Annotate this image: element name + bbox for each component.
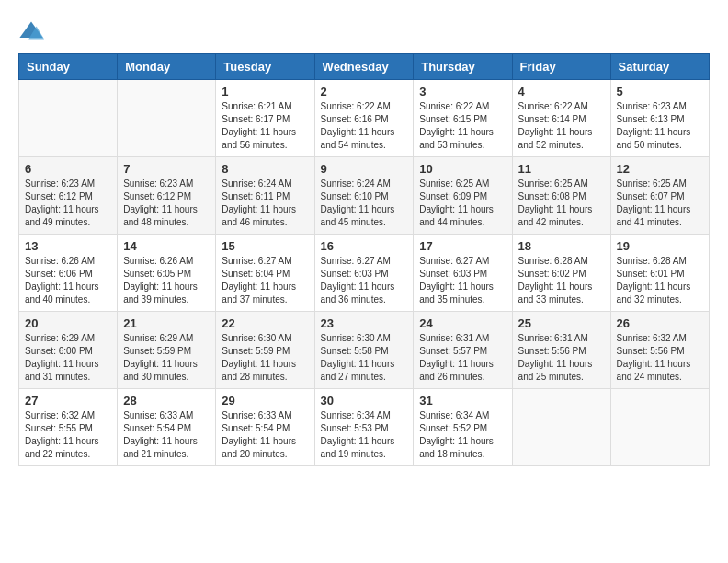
calendar-cell: 10Sunrise: 6:25 AM Sunset: 6:09 PM Dayli… <box>414 157 512 235</box>
calendar-cell: 24Sunrise: 6:31 AM Sunset: 5:57 PM Dayli… <box>414 312 512 389</box>
calendar-cell: 13Sunrise: 6:26 AM Sunset: 6:06 PM Dayli… <box>19 235 118 312</box>
page-header <box>18 18 710 44</box>
day-info: Sunrise: 6:30 AM Sunset: 5:58 PM Dayligh… <box>321 332 408 384</box>
calendar-cell <box>512 389 610 466</box>
calendar-cell: 7Sunrise: 6:23 AM Sunset: 6:12 PM Daylig… <box>118 157 216 235</box>
day-info: Sunrise: 6:25 AM Sunset: 6:09 PM Dayligh… <box>419 178 506 229</box>
day-number: 11 <box>518 162 605 176</box>
day-number: 25 <box>518 316 605 330</box>
day-info: Sunrise: 6:27 AM Sunset: 6:04 PM Dayligh… <box>222 255 308 306</box>
calendar-cell: 3Sunrise: 6:22 AM Sunset: 6:15 PM Daylig… <box>414 80 512 157</box>
day-number: 24 <box>419 316 506 330</box>
day-number: 6 <box>25 162 111 176</box>
calendar-week-row: 13Sunrise: 6:26 AM Sunset: 6:06 PM Dayli… <box>19 235 710 312</box>
calendar-cell: 23Sunrise: 6:30 AM Sunset: 5:58 PM Dayli… <box>314 312 414 389</box>
calendar-cell: 4Sunrise: 6:22 AM Sunset: 6:14 PM Daylig… <box>512 80 610 157</box>
calendar-cell: 1Sunrise: 6:21 AM Sunset: 6:17 PM Daylig… <box>216 80 314 157</box>
logo-icon <box>18 18 44 44</box>
day-info: Sunrise: 6:21 AM Sunset: 6:17 PM Dayligh… <box>222 100 308 152</box>
calendar-header-saturday: Saturday <box>610 54 709 80</box>
calendar-header-monday: Monday <box>118 54 216 80</box>
day-info: Sunrise: 6:29 AM Sunset: 6:00 PM Dayligh… <box>25 332 111 384</box>
day-info: Sunrise: 6:28 AM Sunset: 6:02 PM Dayligh… <box>518 255 605 306</box>
day-info: Sunrise: 6:34 AM Sunset: 5:53 PM Dayligh… <box>321 409 408 461</box>
day-number: 22 <box>222 316 308 330</box>
day-number: 4 <box>518 85 605 98</box>
day-number: 13 <box>25 239 111 253</box>
calendar-cell: 27Sunrise: 6:32 AM Sunset: 5:55 PM Dayli… <box>19 389 118 466</box>
day-info: Sunrise: 6:27 AM Sunset: 6:03 PM Dayligh… <box>321 255 408 306</box>
day-info: Sunrise: 6:25 AM Sunset: 6:07 PM Dayligh… <box>617 178 703 229</box>
day-number: 3 <box>419 85 506 98</box>
calendar-cell: 2Sunrise: 6:22 AM Sunset: 6:16 PM Daylig… <box>314 80 414 157</box>
calendar-cell: 6Sunrise: 6:23 AM Sunset: 6:12 PM Daylig… <box>19 157 118 235</box>
calendar-cell: 21Sunrise: 6:29 AM Sunset: 5:59 PM Dayli… <box>118 312 216 389</box>
day-number: 1 <box>222 85 308 98</box>
day-info: Sunrise: 6:23 AM Sunset: 6:12 PM Dayligh… <box>25 178 111 229</box>
calendar-table: SundayMondayTuesdayWednesdayThursdayFrid… <box>18 53 710 466</box>
calendar-week-row: 27Sunrise: 6:32 AM Sunset: 5:55 PM Dayli… <box>19 389 710 466</box>
day-number: 7 <box>123 162 210 176</box>
calendar-cell: 19Sunrise: 6:28 AM Sunset: 6:01 PM Dayli… <box>610 235 709 312</box>
calendar-cell: 15Sunrise: 6:27 AM Sunset: 6:04 PM Dayli… <box>216 235 314 312</box>
day-number: 31 <box>419 394 506 408</box>
calendar-cell: 28Sunrise: 6:33 AM Sunset: 5:54 PM Dayli… <box>118 389 216 466</box>
day-number: 30 <box>321 394 408 408</box>
day-info: Sunrise: 6:27 AM Sunset: 6:03 PM Dayligh… <box>419 255 506 306</box>
calendar-cell: 22Sunrise: 6:30 AM Sunset: 5:59 PM Dayli… <box>216 312 314 389</box>
calendar-header-sunday: Sunday <box>19 54 118 80</box>
calendar-cell: 12Sunrise: 6:25 AM Sunset: 6:07 PM Dayli… <box>610 157 709 235</box>
day-info: Sunrise: 6:30 AM Sunset: 5:59 PM Dayligh… <box>222 332 308 384</box>
day-info: Sunrise: 6:31 AM Sunset: 5:57 PM Dayligh… <box>419 332 506 384</box>
calendar-cell: 31Sunrise: 6:34 AM Sunset: 5:52 PM Dayli… <box>414 389 512 466</box>
day-number: 19 <box>617 239 703 253</box>
day-number: 27 <box>25 394 111 408</box>
day-number: 5 <box>617 85 703 98</box>
calendar-week-row: 20Sunrise: 6:29 AM Sunset: 6:00 PM Dayli… <box>19 312 710 389</box>
calendar-cell: 16Sunrise: 6:27 AM Sunset: 6:03 PM Dayli… <box>314 235 414 312</box>
day-number: 15 <box>222 239 308 253</box>
day-info: Sunrise: 6:26 AM Sunset: 6:06 PM Dayligh… <box>25 255 111 306</box>
day-info: Sunrise: 6:24 AM Sunset: 6:11 PM Dayligh… <box>222 178 308 229</box>
day-info: Sunrise: 6:26 AM Sunset: 6:05 PM Dayligh… <box>123 255 210 306</box>
calendar-cell <box>118 80 216 157</box>
day-info: Sunrise: 6:22 AM Sunset: 6:14 PM Dayligh… <box>518 100 605 152</box>
calendar-week-row: 6Sunrise: 6:23 AM Sunset: 6:12 PM Daylig… <box>19 157 710 235</box>
day-number: 29 <box>222 394 308 408</box>
calendar-header-friday: Friday <box>512 54 610 80</box>
day-number: 8 <box>222 162 308 176</box>
day-number: 23 <box>321 316 408 330</box>
day-info: Sunrise: 6:24 AM Sunset: 6:10 PM Dayligh… <box>321 178 408 229</box>
calendar-cell: 18Sunrise: 6:28 AM Sunset: 6:02 PM Dayli… <box>512 235 610 312</box>
day-info: Sunrise: 6:28 AM Sunset: 6:01 PM Dayligh… <box>617 255 703 306</box>
day-number: 26 <box>617 316 703 330</box>
calendar-cell: 25Sunrise: 6:31 AM Sunset: 5:56 PM Dayli… <box>512 312 610 389</box>
calendar-header-thursday: Thursday <box>414 54 512 80</box>
calendar-cell: 5Sunrise: 6:23 AM Sunset: 6:13 PM Daylig… <box>610 80 709 157</box>
day-number: 20 <box>25 316 111 330</box>
day-info: Sunrise: 6:22 AM Sunset: 6:16 PM Dayligh… <box>321 100 408 152</box>
day-info: Sunrise: 6:25 AM Sunset: 6:08 PM Dayligh… <box>518 178 605 229</box>
calendar-week-row: 1Sunrise: 6:21 AM Sunset: 6:17 PM Daylig… <box>19 80 710 157</box>
day-info: Sunrise: 6:33 AM Sunset: 5:54 PM Dayligh… <box>123 409 210 461</box>
logo <box>18 18 48 44</box>
day-number: 10 <box>419 162 506 176</box>
calendar-cell: 14Sunrise: 6:26 AM Sunset: 6:05 PM Dayli… <box>118 235 216 312</box>
calendar-cell: 29Sunrise: 6:33 AM Sunset: 5:54 PM Dayli… <box>216 389 314 466</box>
day-number: 21 <box>123 316 210 330</box>
calendar-cell: 11Sunrise: 6:25 AM Sunset: 6:08 PM Dayli… <box>512 157 610 235</box>
day-info: Sunrise: 6:32 AM Sunset: 5:56 PM Dayligh… <box>617 332 703 384</box>
day-info: Sunrise: 6:29 AM Sunset: 5:59 PM Dayligh… <box>123 332 210 384</box>
day-info: Sunrise: 6:31 AM Sunset: 5:56 PM Dayligh… <box>518 332 605 384</box>
calendar-header-row: SundayMondayTuesdayWednesdayThursdayFrid… <box>19 54 710 80</box>
day-number: 12 <box>617 162 703 176</box>
day-info: Sunrise: 6:32 AM Sunset: 5:55 PM Dayligh… <box>25 409 111 461</box>
calendar-cell <box>610 389 709 466</box>
day-info: Sunrise: 6:33 AM Sunset: 5:54 PM Dayligh… <box>222 409 308 461</box>
calendar-cell: 30Sunrise: 6:34 AM Sunset: 5:53 PM Dayli… <box>314 389 414 466</box>
day-info: Sunrise: 6:23 AM Sunset: 6:12 PM Dayligh… <box>123 178 210 229</box>
calendar-cell: 20Sunrise: 6:29 AM Sunset: 6:00 PM Dayli… <box>19 312 118 389</box>
day-number: 9 <box>321 162 408 176</box>
calendar-header-tuesday: Tuesday <box>216 54 314 80</box>
day-number: 17 <box>419 239 506 253</box>
